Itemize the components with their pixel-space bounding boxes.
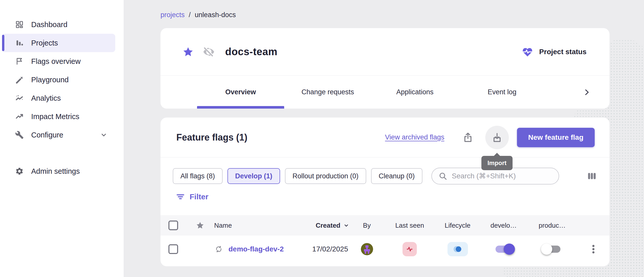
column-header-name[interactable]: Name xyxy=(214,222,305,229)
sidebar-item-admin-settings[interactable]: Admin settings xyxy=(2,162,115,180)
column-header-develop[interactable]: develo… xyxy=(480,222,527,229)
sidebar-item-impact-metrics[interactable]: Impact Metrics xyxy=(2,107,115,126)
column-header-production[interactable]: produc… xyxy=(527,222,577,229)
tab-overview[interactable]: Overview xyxy=(197,76,284,109)
sidebar-item-configure[interactable]: Configure xyxy=(2,126,115,144)
manage-columns-icon[interactable] xyxy=(586,171,597,181)
search-input[interactable] xyxy=(452,172,552,180)
flags-actions: View archived flags xyxy=(385,126,595,149)
breadcrumb: projects / unleash-docs xyxy=(160,9,610,20)
table-row: demo-flag-dev-2 17/02/2025 xyxy=(160,236,610,262)
search-box xyxy=(431,168,559,184)
select-all-checkbox[interactable] xyxy=(168,221,178,230)
production-environment-toggle[interactable] xyxy=(540,243,564,255)
sidebar-item-label: Configure xyxy=(31,131,63,139)
dashboard-icon xyxy=(14,19,25,30)
feature-flags-table: Name Created By Last seen Lifecycle deve… xyxy=(160,215,610,262)
export-icon xyxy=(462,132,474,143)
filter-chip-cleanup[interactable]: Cleanup (0) xyxy=(371,168,422,184)
main-content: projects / unleash-docs docs-team xyxy=(124,0,644,277)
eye-off-icon[interactable] xyxy=(203,46,215,58)
sidebar-item-label: Flags overview xyxy=(31,57,80,66)
pulse-icon xyxy=(405,245,414,253)
breadcrumb-separator: / xyxy=(189,11,191,19)
divider xyxy=(160,157,610,157)
sync-icon xyxy=(214,245,223,254)
sidebar-spacer xyxy=(0,144,124,162)
tab-applications[interactable]: Applications xyxy=(371,76,458,109)
sidebar-item-projects[interactable]: Projects xyxy=(2,34,115,52)
row-actions-kebab-icon[interactable] xyxy=(587,242,600,257)
gear-icon xyxy=(14,166,25,177)
filter-chip-rollout-production[interactable]: Rollout production (0) xyxy=(285,168,366,184)
new-feature-flag-button[interactable]: New feature flag xyxy=(517,128,595,147)
breadcrumb-current: unleash-docs xyxy=(195,11,236,19)
sidebar-item-analytics[interactable]: Analytics xyxy=(2,89,115,107)
flag-created-date: 17/02/2025 xyxy=(305,245,350,253)
flags-filter-toolbar: All flags (8) Develop (1) Rollout produc… xyxy=(173,168,597,184)
sidebar: Dashboard Projects Flags overview Pl xyxy=(0,0,124,277)
sidebar-item-label: Projects xyxy=(31,39,58,47)
filter-chip-all-flags[interactable]: All flags (8) xyxy=(173,168,223,184)
tab-label: Applications xyxy=(396,88,434,96)
import-tooltip: Import xyxy=(481,156,513,170)
filter-button[interactable]: Filter xyxy=(173,190,211,203)
search-icon xyxy=(439,172,447,180)
project-title-row: docs-team Project status xyxy=(160,28,610,75)
wrench-icon xyxy=(14,129,25,141)
wand-icon xyxy=(14,74,25,85)
lifecycle-pre-live-icon xyxy=(453,245,463,253)
active-tab-indicator xyxy=(197,106,284,109)
filter-row: Filter xyxy=(173,190,597,203)
tab-event-log[interactable]: Event log xyxy=(458,76,546,109)
heart-pulse-icon xyxy=(521,46,534,58)
column-header-last-seen[interactable]: Last seen xyxy=(384,222,435,229)
sort-chevron-down-icon xyxy=(343,222,350,229)
view-archived-flags-link[interactable]: View archived flags xyxy=(385,133,444,141)
favorite-star-icon[interactable] xyxy=(182,46,194,58)
flags-title: Feature flags (1) xyxy=(176,132,247,143)
last-seen-badge[interactable] xyxy=(402,242,417,256)
column-header-created[interactable]: Created xyxy=(305,222,350,229)
filter-button-label: Filter xyxy=(190,192,208,201)
favorite-column-star-icon[interactable] xyxy=(186,221,214,230)
sidebar-item-label: Analytics xyxy=(31,94,61,102)
sidebar-item-label: Playground xyxy=(31,76,69,84)
project-status-button[interactable]: Project status xyxy=(521,46,586,58)
trending-up-icon xyxy=(14,111,25,122)
import-button[interactable]: Import xyxy=(485,126,509,149)
column-header-by[interactable]: By xyxy=(350,222,384,229)
sidebar-item-label: Admin settings xyxy=(31,167,80,176)
flags-header-row: Feature flags (1) View archived flags xyxy=(160,118,610,157)
sidebar-item-playground[interactable]: Playground xyxy=(2,71,115,89)
projects-icon xyxy=(14,37,25,49)
tab-label: Event log xyxy=(488,88,516,96)
column-header-lifecycle[interactable]: Lifecycle xyxy=(435,222,480,229)
toggle-thumb xyxy=(504,244,515,255)
tab-change-requests[interactable]: Change requests xyxy=(284,76,371,109)
sidebar-item-label: Dashboard xyxy=(31,20,67,29)
flag-name-link[interactable]: demo-flag-dev-2 xyxy=(228,245,284,253)
sidebar-item-dashboard[interactable]: Dashboard xyxy=(2,15,115,34)
feature-flags-card: Feature flags (1) View archived flags xyxy=(160,118,610,266)
row-checkbox[interactable] xyxy=(168,244,178,254)
flag-icon xyxy=(14,56,25,67)
tooltip-arrow xyxy=(493,153,501,156)
sidebar-item-flags-overview[interactable]: Flags overview xyxy=(2,52,115,71)
tab-label: Overview xyxy=(225,88,256,96)
project-tabs: Overview Change requests Applications Ev… xyxy=(160,75,610,109)
analytics-icon xyxy=(14,93,25,104)
tooltip-label: Import xyxy=(487,159,507,166)
filter-chip-develop[interactable]: Develop (1) xyxy=(227,168,280,184)
column-header-label: Created xyxy=(316,222,340,229)
tabs-overflow-chevron-right-icon[interactable] xyxy=(582,76,591,109)
avatar[interactable] xyxy=(361,243,373,255)
toggle-thumb xyxy=(541,244,552,255)
chevron-down-icon xyxy=(100,131,108,139)
develop-environment-toggle[interactable] xyxy=(492,243,515,255)
import-icon xyxy=(491,132,503,143)
breadcrumb-projects-link[interactable]: projects xyxy=(160,11,185,19)
lifecycle-stage-badge[interactable] xyxy=(447,242,468,256)
table-header-row: Name Created By Last seen Lifecycle deve… xyxy=(160,215,610,236)
export-button[interactable] xyxy=(456,126,480,149)
